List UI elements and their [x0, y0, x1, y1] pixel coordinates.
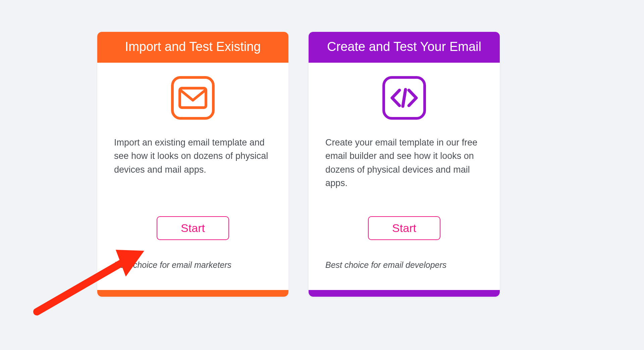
card-import-desc: Import an existing email template and se… [114, 136, 272, 193]
card-import-bottom-bar [97, 290, 288, 297]
code-icon [382, 76, 426, 120]
card-create-body: Create your email template in our free e… [309, 63, 500, 290]
start-import-button[interactable]: Start [157, 216, 229, 240]
card-import-footer: Best choice for email marketers [114, 260, 272, 280]
card-import-body: Import an existing email template and se… [97, 63, 288, 290]
card-import-icon-wrap [114, 76, 272, 120]
card-import-test: Import and Test Existing Import an exist… [97, 32, 288, 297]
svg-rect-0 [180, 88, 206, 108]
card-create-test: Create and Test Your Email Create your e… [309, 32, 500, 297]
card-create-icon-wrap [325, 76, 483, 120]
card-import-title: Import and Test Existing [97, 32, 288, 63]
mail-icon [171, 76, 215, 120]
card-create-title: Create and Test Your Email [309, 32, 500, 63]
start-create-button[interactable]: Start [368, 216, 440, 240]
card-create-desc: Create your email template in our free e… [325, 136, 483, 193]
option-cards: Import and Test Existing Import an exist… [97, 32, 500, 297]
svg-line-1 [403, 90, 406, 106]
card-create-bottom-bar [309, 290, 500, 297]
card-create-footer: Best choice for email developers [325, 260, 483, 280]
